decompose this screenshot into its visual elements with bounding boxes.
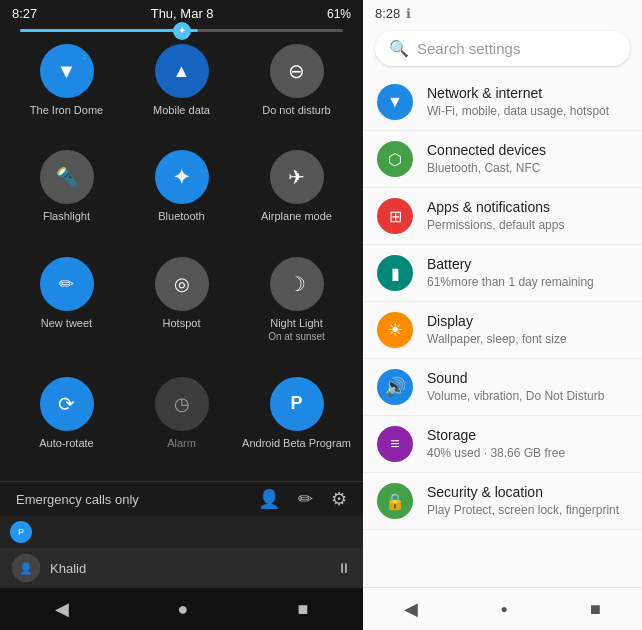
storage-subtitle: 40% used · 38.66 GB free: [427, 446, 628, 462]
search-icon: 🔍: [389, 39, 409, 58]
sound-text: Sound Volume, vibration, Do Not Disturb: [427, 369, 628, 405]
storage-title: Storage: [427, 426, 628, 444]
apps-subtitle: Permissions, default apps: [427, 218, 628, 234]
brightness-row: ✦: [0, 25, 363, 40]
network-text: Network & internet Wi-Fi, mobile, data u…: [427, 84, 628, 120]
storage-text: Storage 40% used · 38.66 GB free: [427, 426, 628, 462]
notification-bar[interactable]: 👤 Khalid ⏸: [0, 548, 363, 588]
tile-bluetooth[interactable]: ✦ Bluetooth: [127, 150, 236, 250]
tile-flashlight[interactable]: 🔦 Flashlight: [12, 150, 121, 250]
settings-item-apps[interactable]: ⊞ Apps & notifications Permissions, defa…: [363, 188, 642, 245]
tile-nightlight-icon: ☽: [270, 257, 324, 311]
status-time: 8:27: [12, 6, 37, 21]
app-icon-small: P: [10, 521, 32, 543]
tile-flashlight-icon: 🔦: [40, 150, 94, 204]
tile-tweet-label: New tweet: [41, 317, 92, 330]
connected-text: Connected devices Bluetooth, Cast, NFC: [427, 141, 628, 177]
status-date: Thu, Mar 8: [151, 6, 214, 21]
app-icon-row: P: [0, 516, 363, 548]
tile-nightlight-label: Night LightOn at sunset: [268, 317, 325, 343]
tile-tweet-icon: ✏: [40, 257, 94, 311]
search-placeholder: Search settings: [417, 40, 520, 57]
nav-bar-right: ◀ ● ■: [363, 587, 642, 630]
back-button-right[interactable]: ◀: [404, 598, 418, 620]
nav-bar-left: [0, 588, 363, 630]
tile-bluetooth-icon: ✦: [155, 150, 209, 204]
tile-hotspot-icon: ◎: [155, 257, 209, 311]
info-icon: ℹ: [406, 6, 411, 21]
network-subtitle: Wi-Fi, mobile, data usage, hotspot: [427, 104, 628, 120]
tile-night-light[interactable]: ☽ Night LightOn at sunset: [242, 257, 351, 371]
connected-icon: ⬡: [377, 141, 413, 177]
tile-autorotate-label: Auto-rotate: [39, 437, 93, 450]
avatar-initials: 👤: [12, 554, 40, 582]
network-icon: ▼: [377, 84, 413, 120]
brightness-thumb[interactable]: ✦: [173, 22, 191, 40]
tile-alarm[interactable]: ◷ Alarm: [127, 377, 236, 477]
settings-list: ▼ Network & internet Wi-Fi, mobile, data…: [363, 74, 642, 587]
settings-time: 8:28: [375, 6, 400, 21]
avatar: 👤: [12, 554, 40, 582]
settings-icon[interactable]: ⚙: [331, 488, 347, 510]
back-button[interactable]: [55, 598, 69, 620]
brightness-fill: [20, 29, 198, 32]
tile-beta[interactable]: P Android Beta Program: [242, 377, 351, 477]
settings-item-battery[interactable]: ▮ Battery 61%more than 1 day remaining: [363, 245, 642, 302]
tile-airplane-icon: ✈: [270, 150, 324, 204]
tile-wifi-icon: ▼ :: [40, 44, 94, 98]
search-bar[interactable]: 🔍 Search settings: [375, 31, 630, 66]
recents-button[interactable]: [298, 599, 309, 620]
notification-name: Khalid: [50, 561, 327, 576]
connected-title: Connected devices: [427, 141, 628, 159]
sound-icon: 🔊: [377, 369, 413, 405]
settings-item-sound[interactable]: 🔊 Sound Volume, vibration, Do Not Distur…: [363, 359, 642, 416]
tile-beta-icon: P: [270, 377, 324, 431]
settings-item-display[interactable]: ☀ Display Wallpaper, sleep, font size: [363, 302, 642, 359]
connected-subtitle: Bluetooth, Cast, NFC: [427, 161, 628, 177]
tile-alarm-icon: ◷: [155, 377, 209, 431]
tile-flashlight-label: Flashlight: [43, 210, 90, 223]
tile-mobile-data[interactable]: ▲ Mobile data: [127, 44, 236, 144]
quick-tiles-grid: ▼ : The Iron Dome ▲ Mobile data ⊖ Do not…: [0, 40, 363, 481]
tile-hotspot[interactable]: ◎ Hotspot: [127, 257, 236, 371]
tile-dnd-icon: ⊖: [270, 44, 324, 98]
tile-alarm-label: Alarm: [167, 437, 196, 450]
tile-airplane-label: Airplane mode: [261, 210, 332, 223]
tile-dnd[interactable]: ⊖ Do not disturb: [242, 44, 351, 144]
right-panel: 8:28 ℹ 🔍 Search settings ▼ Network & int…: [363, 0, 642, 630]
display-text: Display Wallpaper, sleep, font size: [427, 312, 628, 348]
emergency-text: Emergency calls only: [16, 492, 139, 507]
tile-auto-rotate[interactable]: ⟳ Auto-rotate: [12, 377, 121, 477]
security-icon: 🔒: [377, 483, 413, 519]
security-text: Security & location Play Protect, screen…: [427, 483, 628, 519]
tile-autorotate-icon: ⟳: [40, 377, 94, 431]
bottom-bar: Emergency calls only 👤 ✏ ⚙: [0, 481, 363, 516]
tile-mobile-icon: ▲: [155, 44, 209, 98]
tile-new-tweet[interactable]: ✏ New tweet: [12, 257, 121, 371]
settings-item-storage[interactable]: ≡ Storage 40% used · 38.66 GB free: [363, 416, 642, 473]
brightness-slider[interactable]: ✦: [20, 29, 343, 32]
sound-title: Sound: [427, 369, 628, 387]
sound-subtitle: Volume, vibration, Do Not Disturb: [427, 389, 628, 405]
tile-dnd-label: Do not disturb: [262, 104, 330, 117]
home-button[interactable]: [178, 599, 189, 620]
settings-item-security[interactable]: 🔒 Security & location Play Protect, scre…: [363, 473, 642, 530]
display-icon: ☀: [377, 312, 413, 348]
battery-settings-icon: ▮: [377, 255, 413, 291]
user-icon[interactable]: 👤: [258, 488, 280, 510]
bottom-icons: 👤 ✏ ⚙: [258, 488, 347, 510]
apps-title: Apps & notifications: [427, 198, 628, 216]
tile-mobile-label: Mobile data: [153, 104, 210, 117]
security-subtitle: Play Protect, screen lock, fingerprint: [427, 503, 628, 519]
home-button-right[interactable]: ●: [500, 602, 507, 616]
status-bar-right: 61%: [327, 7, 351, 21]
tile-wifi[interactable]: ▼ : The Iron Dome: [12, 44, 121, 144]
settings-status-bar: 8:28 ℹ: [363, 0, 642, 25]
edit-icon[interactable]: ✏: [298, 488, 313, 510]
battery-text: Battery 61%more than 1 day remaining: [427, 255, 628, 291]
settings-item-network[interactable]: ▼ Network & internet Wi-Fi, mobile, data…: [363, 74, 642, 131]
recents-button-right[interactable]: ■: [590, 599, 601, 620]
tile-beta-label: Android Beta Program: [242, 437, 351, 450]
settings-item-connected[interactable]: ⬡ Connected devices Bluetooth, Cast, NFC: [363, 131, 642, 188]
tile-airplane[interactable]: ✈ Airplane mode: [242, 150, 351, 250]
